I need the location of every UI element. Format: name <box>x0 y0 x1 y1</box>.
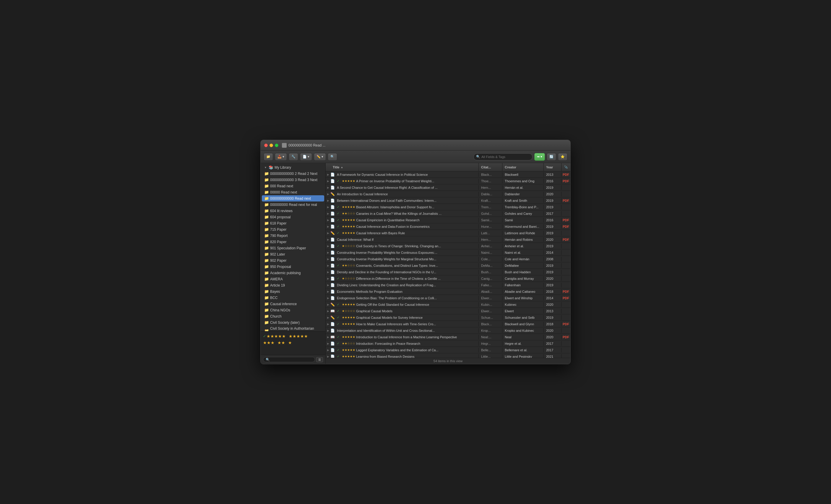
row-expand-icon[interactable]: ▶ <box>326 238 331 241</box>
row-expand-icon[interactable]: ▶ <box>326 342 331 345</box>
sidebar-item-0[interactable]: 📁 000000000000 2 Read 2 Next <box>262 171 324 177</box>
sidebar-item-article-19[interactable]: 📁 Article 19 <box>262 282 324 288</box>
table-row[interactable]: ▶ 📄 Dividing Lines: Understanding the Cr… <box>326 282 570 288</box>
sidebar-item-902-later[interactable]: 📁 902 Later <box>262 251 324 257</box>
table-row[interactable]: ▶ 📄 Constructing Inverse Probability Wei… <box>326 249 570 256</box>
row-expand-icon[interactable]: ▶ <box>326 206 331 209</box>
minimize-button[interactable] <box>269 144 273 147</box>
sidebar-item-604-proposal[interactable]: 📁 604 proposal <box>262 214 324 220</box>
sidebar-item-civil-society-authoritarian[interactable]: 📁 Civil Society in Authoritarian Re... <box>262 326 324 331</box>
sidebar-item-901-speculation-paper[interactable]: 📁 901 Speculation Paper <box>262 245 324 251</box>
sidebar-item-church[interactable]: 📁 Church <box>262 313 324 319</box>
row-expand-icon[interactable]: ▶ <box>326 186 331 189</box>
column-citation[interactable]: Citat... <box>479 163 503 171</box>
tag-checkmark[interactable]: ✓ <box>263 334 266 338</box>
search-bar[interactable]: 🔍 <box>474 153 533 160</box>
row-expand-icon[interactable]: ▶ <box>326 251 331 254</box>
sidebar-item-902-paper[interactable]: 📁 902 Paper <box>262 257 324 264</box>
search-toggle-button[interactable]: 🔍 <box>328 153 337 161</box>
search-input[interactable] <box>481 155 526 159</box>
tag-star-group-2[interactable]: ★★★★★ <box>289 334 308 338</box>
table-row[interactable]: ▶ ✏️ An Introduction to Causal Inference… <box>326 191 570 197</box>
table-row[interactable]: ▶ 📄 ✓ ★★☆☆☆ Canaries in a Coal-Mine? Wha… <box>326 210 570 217</box>
table-row[interactable]: ▶ 📄 Density and Decline in the Founding … <box>326 269 570 275</box>
new-item-button[interactable]: 📄 ▾ <box>300 153 312 161</box>
column-title[interactable]: Title ▲ <box>331 163 479 171</box>
row-expand-icon[interactable]: ▶ <box>326 335 331 338</box>
table-row[interactable]: ▶ 📄 ✓ ★★★★★ Causal Empiricism in Quantit… <box>326 217 570 223</box>
tag-star-group-3[interactable]: ★★★ <box>263 340 275 345</box>
sidebar-item-1[interactable]: 📁 000000000000 3 Read 3 Next <box>262 177 324 183</box>
sidebar-search-input[interactable] <box>263 357 315 362</box>
table-row[interactable]: ▶ 📄 Interpretation and Identification of… <box>326 327 570 334</box>
row-expand-icon[interactable]: ▶ <box>326 180 331 183</box>
close-button[interactable] <box>264 144 268 147</box>
sidebar-item-000-read-next[interactable]: 📁 000 Read next <box>262 183 324 189</box>
sidebar-item-amera[interactable]: 📁 AMERA <box>262 276 324 282</box>
row-expand-icon[interactable]: ▶ <box>326 218 331 221</box>
row-expand-icon[interactable]: ▶ <box>326 225 331 228</box>
table-row[interactable]: ▶ 📄 ✓ ★☆☆☆☆ Civil Society in Times of Ch… <box>326 243 570 249</box>
table-row[interactable]: ▶ 📄 Endogenous Selection Bias: The Probl… <box>326 295 570 301</box>
table-row[interactable]: ▶ 📄 Constructing Inverse Probability Wei… <box>326 256 570 262</box>
sidebar-item-causal-inference[interactable]: 📁 Causal inference <box>262 301 324 307</box>
row-expand-icon[interactable]: ▶ <box>326 192 331 196</box>
row-expand-icon[interactable]: ▶ <box>326 245 331 247</box>
column-creator[interactable]: Creator <box>503 163 544 171</box>
table-row[interactable]: ▶ ✏️ ✓ ★★★★★ Causal Inference with Bayes… <box>326 230 570 236</box>
add-item-button[interactable]: 📥 ▾ <box>275 153 287 161</box>
tag-stars-row2[interactable]: ★★★ ★★ ★ <box>263 340 323 345</box>
table-row[interactable]: ▶ 📄 A Second Chance to Get Causal Infere… <box>326 184 570 191</box>
sidebar-item-715-paper[interactable]: 📁 715 Paper <box>262 226 324 233</box>
row-expand-icon[interactable]: ▶ <box>326 316 331 319</box>
edit-button[interactable]: ✏️ ▾ <box>314 153 326 161</box>
sidebar-item-my-library[interactable]: ▼ 📚 My Library <box>262 164 324 171</box>
column-year[interactable]: Year <box>544 163 562 171</box>
tag-star-group-4[interactable]: ★★ <box>278 340 285 345</box>
table-row[interactable]: ▶ 📄 ✓ ★★☆☆☆ Covenants, Constitutions, an… <box>326 262 570 269</box>
sidebar-item-civil-society-later[interactable]: 📁 Civil Society (later) <box>262 319 324 326</box>
sidebar-item-790-report[interactable]: 📁 790 Report <box>262 233 324 239</box>
sidebar-item-000000000000-read-next[interactable]: 📁 000000000000 Read next <box>262 195 324 202</box>
table-row[interactable]: ▶ 📖 ✓ ★☆☆☆☆ Graphical Causal Models Elwe… <box>326 308 570 314</box>
table-row[interactable]: ▶ 📄 ✓ ★★★★★ A Primer on Inverse Probabil… <box>326 178 570 184</box>
table-row[interactable]: ▶ 📄 ✓ ★★★★★ Causal Inference and Data-Fu… <box>326 223 570 230</box>
table-row[interactable]: ▶ 📖 ✓ ★★★★★ Introduction to Causal Infer… <box>326 334 570 340</box>
sidebar-item-820-paper[interactable]: 📁 820 Paper <box>262 239 324 245</box>
table-row[interactable]: ▶ 📄 ✓ ★☆☆☆☆ Difference-in-Difference in … <box>326 275 570 282</box>
tag-star-group-1[interactable]: ★★★★★ <box>266 334 286 338</box>
tag-stars-row1[interactable]: ✓ ★★★★★ ★★★★★ <box>263 334 323 338</box>
sidebar-item-bcc[interactable]: 📁 BCC <box>262 295 324 301</box>
sidebar-item-000000000-read-next-for-real[interactable]: 📁 000000000 Read next for real <box>262 202 324 208</box>
table-row[interactable]: ▶ 📄 Between International Donors and Loc… <box>326 197 570 204</box>
row-expand-icon[interactable]: ▶ <box>326 323 331 326</box>
maximize-button[interactable] <box>275 144 278 147</box>
row-expand-icon[interactable]: ▶ <box>326 329 331 332</box>
row-expand-icon[interactable]: ▶ <box>326 290 331 293</box>
new-collection-button[interactable]: 📁 <box>264 153 273 161</box>
sync-button[interactable]: 🔄 <box>547 153 556 161</box>
table-row[interactable]: ▶ 📄 A Framework for Dynamic Causal Infer… <box>326 171 570 178</box>
star-button[interactable]: ⭐ <box>558 153 567 161</box>
row-expand-icon[interactable]: ▶ <box>326 355 331 358</box>
sidebar-item-bayes[interactable]: 📁 Bayes <box>262 288 324 295</box>
sidebar-item-618-paper[interactable]: 📁 618 Paper <box>262 220 324 226</box>
sidebar-item-604-lit-reviews[interactable]: 📁 604 lit reviews <box>262 208 324 214</box>
sidebar-item-china-ngos[interactable]: 📁 China NGOs <box>262 307 324 313</box>
sidebar-item-academic-publising[interactable]: 📁 Academic publising <box>262 270 324 276</box>
table-row[interactable]: ▶ 📄 ✓ ★★★★★ Biased Altruism: Islamophobi… <box>326 204 570 210</box>
table-row[interactable]: ▶ 📄 ✓ ★★☆☆☆ Introduction: Forecasting in… <box>326 340 570 347</box>
sidebar-item-00000-read-next[interactable]: 📁 00000 Read next <box>262 189 324 195</box>
row-expand-icon[interactable]: ▶ <box>326 271 331 273</box>
row-expand-icon[interactable]: ▶ <box>326 277 331 280</box>
row-expand-icon[interactable]: ▶ <box>326 199 331 202</box>
table-row[interactable]: ▶ 📄 ✓ ★★★★★ How to Make Causal Inference… <box>326 321 570 327</box>
row-expand-icon[interactable]: ▶ <box>326 212 331 215</box>
table-row[interactable]: ▶ 📄 ✓ ★★★★★ Learning from Biased Researc… <box>326 353 570 358</box>
row-expand-icon[interactable]: ▶ <box>326 284 331 287</box>
sidebar-item-950-proposal[interactable]: 📁 950 Proposal <box>262 264 324 270</box>
tag-star-group-5[interactable]: ★ <box>288 340 292 345</box>
table-row[interactable]: ▶ 📄 Econometric Methods for Program Eval… <box>326 288 570 295</box>
row-expand-icon[interactable]: ▶ <box>326 309 331 313</box>
locate-button[interactable]: ➡ ▾ <box>534 153 545 161</box>
